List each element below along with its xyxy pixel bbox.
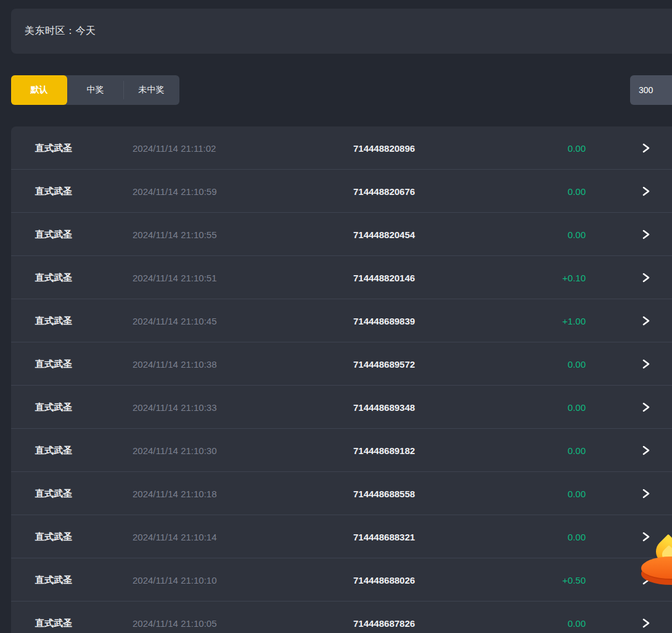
game-name: 直式武圣 <box>35 444 72 456</box>
order-number: 714448688026 <box>353 574 415 585</box>
count-select[interactable]: 300 <box>630 75 672 105</box>
tab-default[interactable]: 默认 <box>11 75 67 105</box>
record-row[interactable]: 直式武圣 2024/11/14 21:11:02 714448820896 0.… <box>11 126 672 170</box>
chevron-right-icon <box>642 402 650 412</box>
tab-not-won[interactable]: 未中奖 <box>123 75 179 105</box>
record-row[interactable]: 直式武圣 2024/11/14 21:10:51 714448820146 +0… <box>11 256 672 299</box>
record-row[interactable]: 直式武圣 2024/11/14 21:10:33 714448689348 0.… <box>11 386 672 429</box>
game-name: 直式武圣 <box>35 228 72 240</box>
record-row[interactable]: 直式武圣 2024/11/14 21:10:45 714448689839 +1… <box>11 299 672 342</box>
amount-value: +0.10 <box>562 272 586 283</box>
order-number: 714448820146 <box>353 272 415 283</box>
record-row[interactable]: 直式武圣 2024/11/14 21:10:30 714448689182 0.… <box>11 429 672 472</box>
timezone-label: 美东时区：今天 <box>25 25 96 38</box>
flame-promo-icon[interactable] <box>641 538 672 586</box>
record-row[interactable]: 直式武圣 2024/11/14 21:10:55 714448820454 0.… <box>11 213 672 256</box>
filter-tab-group: 默认 中奖 未中奖 <box>11 75 179 105</box>
record-timestamp: 2024/11/14 21:10:30 <box>133 445 217 455</box>
record-timestamp: 2024/11/14 21:11:02 <box>133 143 216 153</box>
record-timestamp: 2024/11/14 21:10:55 <box>133 229 217 239</box>
chevron-right-icon <box>642 618 650 628</box>
count-value: 300 <box>639 85 653 95</box>
amount-value: +0.50 <box>562 574 586 585</box>
order-number: 714448688321 <box>353 531 415 542</box>
record-row[interactable]: 直式武圣 2024/11/14 21:10:10 714448688026 +0… <box>11 558 672 602</box>
record-row[interactable]: 直式武圣 2024/11/14 21:10:18 714448688558 0.… <box>11 472 672 515</box>
record-row[interactable]: 直式武圣 2024/11/14 21:10:05 714448687826 0.… <box>11 602 672 633</box>
game-name: 直式武圣 <box>35 315 72 326</box>
chevron-right-icon <box>642 273 650 283</box>
game-name: 直式武圣 <box>35 487 72 499</box>
order-number: 714448689839 <box>353 315 415 326</box>
record-row[interactable]: 直式武圣 2024/11/14 21:10:59 714448820676 0.… <box>11 170 672 213</box>
chevron-right-icon <box>642 143 650 153</box>
tab-won-label: 中奖 <box>87 85 104 96</box>
chevron-right-icon <box>642 359 650 369</box>
amount-value: 0.00 <box>568 402 586 412</box>
record-timestamp: 2024/11/14 21:10:51 <box>133 272 217 283</box>
amount-value: 0.00 <box>568 143 586 153</box>
game-name: 直式武圣 <box>35 358 72 370</box>
amount-value: 0.00 <box>568 445 586 455</box>
order-number: 714448688558 <box>353 488 415 499</box>
record-list: 直式武圣 2024/11/14 21:11:02 714448820896 0.… <box>11 126 672 633</box>
record-timestamp: 2024/11/14 21:10:45 <box>133 315 217 326</box>
order-number: 714448687826 <box>353 618 415 628</box>
amount-value: 0.00 <box>568 618 586 628</box>
game-name: 直式武圣 <box>35 401 72 413</box>
game-name: 直式武圣 <box>35 185 72 197</box>
amount-value: 0.00 <box>568 488 586 499</box>
record-row[interactable]: 直式武圣 2024/11/14 21:10:14 714448688321 0.… <box>11 515 672 558</box>
amount-value: 0.00 <box>568 531 586 542</box>
tab-default-label: 默认 <box>31 85 48 96</box>
record-timestamp: 2024/11/14 21:10:05 <box>133 618 217 628</box>
order-number: 714448820896 <box>353 143 415 153</box>
chevron-right-icon <box>642 316 650 326</box>
order-number: 714448820676 <box>353 186 415 196</box>
game-name: 直式武圣 <box>35 617 72 629</box>
amount-value: 0.00 <box>568 186 586 196</box>
record-timestamp: 2024/11/14 21:10:59 <box>133 186 217 196</box>
game-name: 直式武圣 <box>35 271 72 283</box>
record-timestamp: 2024/11/14 21:10:18 <box>133 488 217 499</box>
amount-value: +1.00 <box>562 315 586 326</box>
order-number: 714448689572 <box>353 358 415 369</box>
order-number: 714448689348 <box>353 402 415 412</box>
amount-value: 0.00 <box>568 358 586 369</box>
record-row[interactable]: 直式武圣 2024/11/14 21:10:38 714448689572 0.… <box>11 342 672 386</box>
chevron-right-icon <box>642 186 650 196</box>
record-timestamp: 2024/11/14 21:10:33 <box>133 402 217 412</box>
amount-value: 0.00 <box>568 229 586 239</box>
game-name: 直式武圣 <box>35 531 72 542</box>
chevron-right-icon <box>642 230 650 239</box>
tab-won[interactable]: 中奖 <box>67 75 123 105</box>
record-timestamp: 2024/11/14 21:10:14 <box>133 531 217 542</box>
record-timestamp: 2024/11/14 21:10:10 <box>133 574 217 585</box>
order-number: 714448689182 <box>353 445 415 455</box>
chevron-right-icon <box>642 489 650 499</box>
record-timestamp: 2024/11/14 21:10:38 <box>133 358 217 369</box>
order-number: 714448820454 <box>353 229 415 239</box>
timezone-bar: 美东时区：今天 <box>11 9 672 54</box>
game-name: 直式武圣 <box>35 574 72 585</box>
tab-not-won-label: 未中奖 <box>139 85 165 96</box>
chevron-right-icon <box>642 445 650 455</box>
game-name: 直式武圣 <box>35 142 72 154</box>
